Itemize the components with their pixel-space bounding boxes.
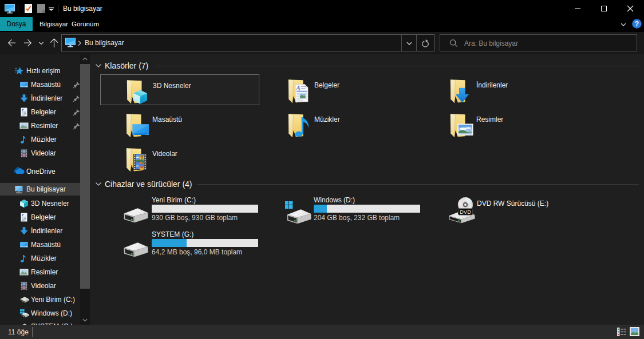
svg-text:A: A <box>295 85 301 91</box>
svg-text:?: ? <box>635 20 639 28</box>
svg-text:DVD: DVD <box>460 209 471 215</box>
